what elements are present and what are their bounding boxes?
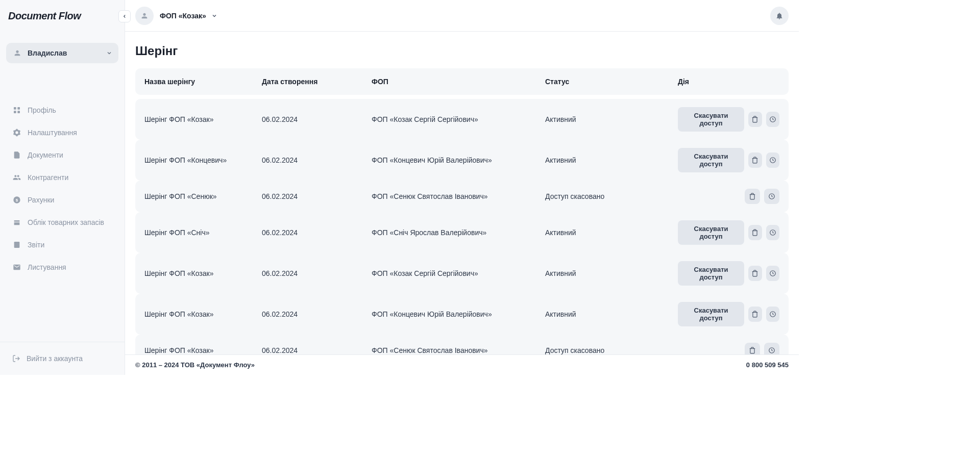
brand-logo: Document Flow: [8, 10, 81, 22]
delete-button[interactable]: [745, 189, 760, 204]
nav-label: Документи: [28, 151, 63, 159]
notifications-button[interactable]: [770, 7, 789, 25]
cell-actions: Скасувати доступ: [678, 220, 779, 245]
org-selector[interactable]: ФОП «Козак»: [160, 12, 217, 20]
inventory-icon: [12, 218, 21, 227]
trash-icon: [751, 229, 758, 236]
cell-status: Активний: [545, 310, 678, 318]
user-icon: [140, 12, 149, 20]
cell-actions: Скасувати доступ: [678, 148, 779, 172]
nav-label: Облік товарних запасів: [28, 218, 104, 226]
nav-correspondence[interactable]: Листування: [6, 257, 118, 277]
cell-actions: Скасувати доступ: [678, 261, 779, 286]
user-icon: [12, 48, 22, 58]
cell-fop: ФОП «Сніч Ярослав Валерійович»: [372, 228, 545, 237]
org-name: ФОП «Козак»: [160, 12, 206, 20]
nav-settings[interactable]: Налаштування: [6, 122, 118, 143]
clock-icon: [769, 311, 776, 318]
svg-rect-1: [17, 107, 20, 110]
nav-counterparties[interactable]: Контрагенти: [6, 167, 118, 188]
cell-status: Активний: [545, 228, 678, 237]
cell-name: Шерінг ФОП «Сніч»: [144, 228, 262, 237]
logout-icon: [12, 354, 20, 363]
people-icon: [12, 173, 21, 182]
history-button[interactable]: [766, 307, 779, 322]
cell-name: Шерінг ФОП «Концевич»: [144, 156, 262, 164]
table-row: Шерінг ФОП «Концевич»06.02.2024ФОП «Конц…: [135, 140, 789, 181]
cell-status: Активний: [545, 115, 678, 123]
clock-icon: [769, 229, 776, 236]
cell-fop: ФОП «Сенюк Святослав Іванович»: [372, 192, 545, 200]
table-row: Шерінг ФОП «Сенюк»06.02.2024ФОП «Сенюк С…: [135, 181, 789, 212]
trash-icon: [749, 347, 756, 354]
mail-icon: [12, 263, 21, 272]
clock-icon: [768, 193, 775, 200]
cell-date: 06.02.2024: [262, 115, 372, 123]
history-button[interactable]: [766, 225, 779, 240]
topbar: ФОП «Козак»: [125, 0, 799, 32]
cell-date: 06.02.2024: [262, 156, 372, 164]
cancel-access-button[interactable]: Скасувати доступ: [678, 107, 744, 132]
nav-label: Налаштування: [28, 129, 77, 137]
bell-icon: [775, 12, 783, 20]
history-button[interactable]: [764, 343, 779, 354]
trash-icon: [751, 116, 758, 123]
delete-button[interactable]: [748, 112, 762, 127]
cell-name: Шерінг ФОП «Козак»: [144, 346, 262, 354]
nav-label: Профіль: [28, 106, 56, 114]
delete-button[interactable]: [748, 225, 762, 240]
clock-icon: [769, 157, 776, 164]
org-avatar: [135, 7, 154, 25]
col-header-date: Дата створення: [262, 78, 372, 86]
page-title: Шерінг: [135, 44, 789, 58]
report-icon: [12, 240, 21, 249]
delete-button[interactable]: [748, 307, 762, 322]
cell-name: Шерінг ФОП «Козак»: [144, 269, 262, 277]
footer-phone: 0 800 509 545: [746, 361, 789, 369]
sidebar-footer: Вийти з аккаунта: [0, 342, 125, 375]
cancel-access-button[interactable]: Скасувати доступ: [678, 220, 744, 245]
footer: © 2011 – 2024 ТОВ «Документ Флоу» 0 800 …: [125, 354, 799, 375]
history-button[interactable]: [764, 189, 779, 204]
sidebar-collapse-button[interactable]: [118, 10, 131, 22]
cell-fop: ФОП «Концевич Юрій Валерійович»: [372, 156, 545, 164]
cell-date: 06.02.2024: [262, 228, 372, 237]
history-button[interactable]: [766, 152, 779, 168]
document-icon: [12, 150, 21, 160]
history-button[interactable]: [766, 266, 779, 281]
delete-button[interactable]: [745, 343, 760, 354]
svg-rect-0: [14, 107, 16, 110]
chevron-down-icon: [106, 50, 112, 56]
main: ФОП «Козак» Шерінг Назва шерінгу Дата ст…: [125, 0, 799, 375]
cell-actions: Скасувати доступ: [678, 107, 779, 132]
table-row: Шерінг ФОП «Сніч»06.02.2024ФОП «Сніч Яро…: [135, 212, 789, 253]
delete-button[interactable]: [748, 152, 762, 168]
svg-text:$: $: [16, 198, 18, 202]
cancel-access-button[interactable]: Скасувати доступ: [678, 148, 744, 172]
nav-documents[interactable]: Документи: [6, 145, 118, 165]
cell-fop: ФОП «Концевич Юрій Валерійович»: [372, 310, 545, 318]
user-menu[interactable]: Владислав: [6, 43, 118, 63]
table-row: Шерінг ФОП «Козак»06.02.2024ФОП «Сенюк С…: [135, 335, 789, 354]
logout-button[interactable]: Вийти з аккаунта: [6, 350, 118, 367]
cell-date: 06.02.2024: [262, 310, 372, 318]
history-button[interactable]: [766, 112, 779, 127]
nav-profile[interactable]: Профіль: [6, 100, 118, 120]
clock-icon: [769, 116, 776, 123]
col-header-name: Назва шерінгу: [144, 78, 262, 86]
cell-actions: [678, 343, 779, 354]
svg-rect-3: [17, 111, 20, 113]
cancel-access-button[interactable]: Скасувати доступ: [678, 261, 744, 286]
cancel-access-button[interactable]: Скасувати доступ: [678, 302, 744, 326]
cell-date: 06.02.2024: [262, 269, 372, 277]
cell-actions: Скасувати доступ: [678, 302, 779, 326]
nav-inventory[interactable]: Облік товарних запасів: [6, 212, 118, 233]
grid-icon: [12, 106, 21, 115]
nav-reports[interactable]: Звіти: [6, 235, 118, 255]
cell-name: Шерінг ФОП «Сенюк»: [144, 192, 262, 200]
delete-button[interactable]: [748, 266, 762, 281]
sharing-table: Назва шерінгу Дата створення ФОП Статус …: [135, 68, 789, 354]
table-row: Шерінг ФОП «Козак»06.02.2024ФОП «Козак С…: [135, 99, 789, 140]
nav-accounts[interactable]: $ Рахунки: [6, 190, 118, 210]
svg-rect-2: [14, 111, 16, 113]
